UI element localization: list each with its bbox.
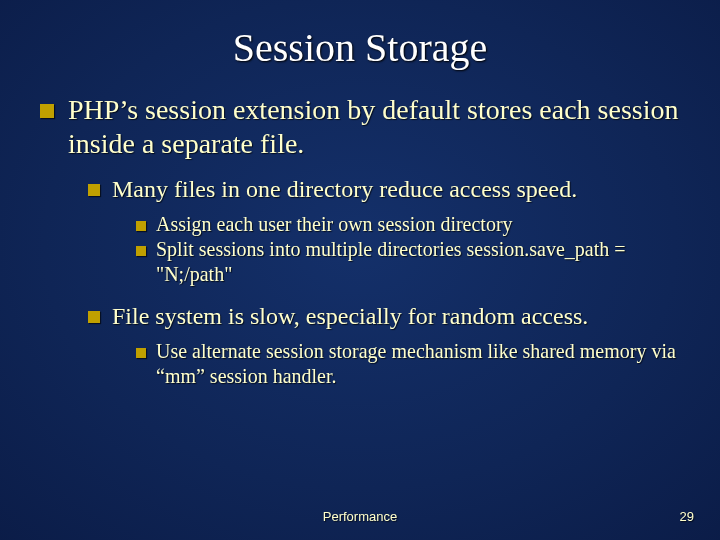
bullet-text: PHP’s session extension by default store…	[68, 93, 680, 160]
slide-title: Session Storage	[40, 24, 680, 71]
bullet-level-3: Assign each user their own session direc…	[136, 212, 680, 237]
bullet-level-2: File system is slow, especially for rand…	[88, 301, 680, 331]
bullet-text: File system is slow, especially for rand…	[112, 301, 680, 331]
bullet-text: Assign each user their own session direc…	[156, 212, 680, 237]
page-number: 29	[680, 509, 694, 524]
footer-label: Performance	[0, 509, 720, 524]
bullet-level-3: Use alternate session storage mechanism …	[136, 339, 680, 389]
bullet-square-icon	[88, 311, 100, 323]
bullet-square-icon	[88, 184, 100, 196]
bullet-level-2: Many files in one directory reduce acces…	[88, 174, 680, 204]
bullet-square-icon	[136, 246, 146, 256]
bullet-text: Many files in one directory reduce acces…	[112, 174, 680, 204]
slide: Session Storage PHP’s session extension …	[0, 0, 720, 540]
bullet-level-3: Split sessions into multiple directories…	[136, 237, 680, 287]
bullet-square-icon	[136, 348, 146, 358]
bullet-square-icon	[136, 221, 146, 231]
bullet-text: Use alternate session storage mechanism …	[156, 339, 680, 389]
bullet-square-icon	[40, 104, 54, 118]
bullet-level-1: PHP’s session extension by default store…	[40, 93, 680, 160]
bullet-text: Split sessions into multiple directories…	[156, 237, 680, 287]
